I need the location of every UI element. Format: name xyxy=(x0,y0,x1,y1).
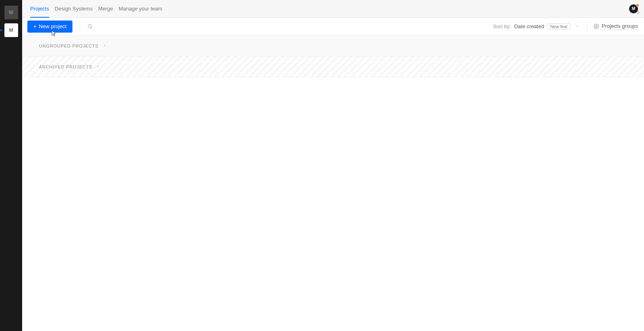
plus-icon: + xyxy=(33,24,37,29)
user-avatar[interactable]: M xyxy=(629,4,638,13)
tab-label: Manage your team xyxy=(119,6,162,12)
projects-groups-button[interactable]: Projects groups xyxy=(594,23,638,30)
top-nav: Projects Design Systems Merge Manage you… xyxy=(22,0,644,18)
divider xyxy=(587,22,587,31)
tab-label: Merge xyxy=(98,6,113,12)
workspace-label: M xyxy=(9,27,13,33)
section-label: ARCHIVED PROJECTS xyxy=(39,64,92,69)
svg-point-0 xyxy=(88,25,91,28)
tab-label: Design Systems xyxy=(55,6,93,12)
projects-groups-label: Projects groups xyxy=(602,23,638,30)
workspace-item-w[interactable]: W xyxy=(4,6,18,19)
new-project-button[interactable]: + New project xyxy=(27,21,72,33)
chevron-right-icon xyxy=(96,64,100,69)
content-area: UNGROUPED PROJECTS ARCHIVED PROJECTS xyxy=(22,35,644,331)
notification-badge-icon xyxy=(636,4,639,7)
divider xyxy=(80,22,80,31)
tab-projects[interactable]: Projects xyxy=(27,0,52,18)
chevron-down-icon[interactable] xyxy=(574,24,580,29)
sort-control[interactable]: Sort by: Date created New first xyxy=(493,23,580,30)
sort-order-badge: New first xyxy=(547,23,570,30)
section-label: UNGROUPED PROJECTS xyxy=(39,43,99,48)
workspace-sidebar: W M xyxy=(0,0,22,331)
tab-label: Projects xyxy=(30,6,49,12)
gear-icon xyxy=(594,24,599,29)
tab-design-systems[interactable]: Design Systems xyxy=(52,0,95,18)
status-indicator-icon xyxy=(636,11,639,14)
avatar-initial: M xyxy=(632,6,635,11)
sort-type: Date created xyxy=(514,23,544,29)
new-project-label: New project xyxy=(39,23,67,29)
tab-merge[interactable]: Merge xyxy=(95,0,116,18)
toolbar: + New project Sort by: Date created New … xyxy=(22,18,644,35)
workspace-item-m[interactable]: M xyxy=(4,23,18,37)
svg-line-1 xyxy=(91,27,92,29)
main-area: Projects Design Systems Merge Manage you… xyxy=(22,0,644,331)
workspace-label: W xyxy=(9,10,13,15)
sort-by-label: Sort by: xyxy=(493,23,511,29)
archived-projects-section[interactable]: ARCHIVED PROJECTS xyxy=(22,56,644,77)
active-workspace-indicator xyxy=(0,29,2,31)
ungrouped-projects-section[interactable]: UNGROUPED PROJECTS xyxy=(22,35,644,56)
tab-manage-team[interactable]: Manage your team xyxy=(116,0,165,18)
search-icon[interactable] xyxy=(87,24,93,29)
chevron-right-icon xyxy=(103,43,107,48)
svg-point-2 xyxy=(596,26,597,27)
